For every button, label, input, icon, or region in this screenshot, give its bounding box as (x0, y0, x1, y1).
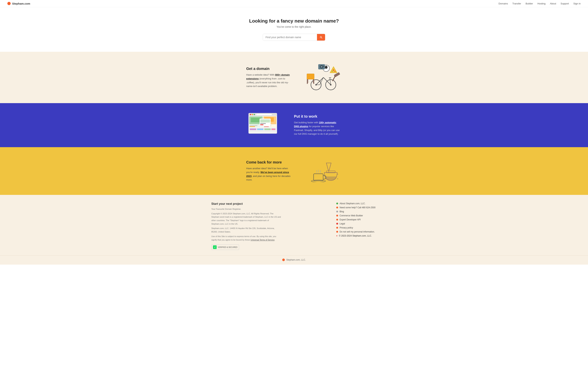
browser-svg (246, 112, 279, 134)
svg-point-25 (321, 66, 322, 68)
nav-transfer[interactable]: Transfer (512, 2, 521, 5)
domain-section: Get a domain Have a website idea? With 8… (0, 52, 588, 103)
footer-title: Start your next project (211, 202, 281, 206)
footer-address: Stepham.com, LLC. 14455 N Hayden Rd Ste … (211, 227, 281, 234)
hero-subtitle: You've come to the right place. (4, 25, 584, 28)
search-button[interactable] (317, 34, 325, 41)
dns-plugins-link[interactable]: 100+ automatic DNS plugins (294, 121, 336, 128)
more-text-block: Come back for more Have another idea? We… (246, 160, 294, 182)
svg-rect-45 (257, 128, 263, 130)
footer-bottom: Stepham.com, LLC. (0, 255, 588, 265)
footer-bottom-inner: Stepham.com, LLC. (282, 259, 306, 261)
hero-title: Looking for a fancy new domain name? (4, 18, 584, 24)
more-description: Have another idea? We'll be here when yo… (246, 167, 294, 182)
privacy-link[interactable]: Privacy policy (340, 226, 353, 229)
work-illustration (246, 112, 283, 138)
privacy-dot-icon (336, 227, 338, 229)
svg-rect-32 (256, 114, 272, 116)
svg-rect-36 (250, 125, 258, 126)
footer-right: About Stepham.com, LLC. Need some help? … (336, 202, 377, 250)
legal-link[interactable]: Legal (340, 222, 345, 225)
brand-dot-icon (7, 2, 11, 5)
svg-point-13 (332, 71, 333, 72)
more-section: Come back for more Have another idea? We… (0, 147, 588, 195)
svg-point-11 (333, 70, 334, 71)
commerce-dot-icon (336, 215, 338, 217)
work-section: Put it to work Get building faster with … (0, 103, 588, 147)
svg-rect-49 (260, 119, 270, 123)
nav-hosting[interactable]: Hosting (537, 2, 545, 5)
more-illustration (305, 158, 342, 184)
developer-link[interactable]: Expert Developer API (340, 218, 361, 221)
svg-rect-22 (313, 79, 314, 83)
work-title: Put it to work (294, 114, 342, 118)
domain-text-block: Get a domain Have a website idea? With 8… (246, 67, 294, 88)
footer: Start your next project Your Favourite D… (0, 195, 588, 255)
svg-rect-46 (264, 128, 271, 130)
nav-support[interactable]: Support (561, 2, 569, 5)
svg-rect-18 (307, 74, 314, 79)
phone-link[interactable]: Need some help? Call 480 624-2500 (340, 206, 375, 209)
nav-domains[interactable]: Domains (499, 2, 508, 5)
been-around-link[interactable]: We've been around since 2023 (246, 171, 289, 177)
footer-link-donotsell: Do not sell my personal information. (336, 231, 377, 233)
domain-extensions-link[interactable]: 800+ domain extensions (246, 73, 290, 80)
footer-brand-dot-icon (282, 259, 285, 261)
footer-inner: Start your next project Your Favourite D… (211, 202, 377, 250)
about-link[interactable]: About Stepham.com, LLC. (340, 202, 365, 205)
phone-dot-icon (336, 207, 338, 209)
badge-text: VERIFIED & SECURED (218, 246, 237, 248)
search-icon (320, 36, 322, 39)
hero-section: Looking for a fancy new domain name? You… (0, 7, 588, 52)
footer-left: Start your next project Your Favourite D… (211, 202, 281, 250)
svg-rect-50 (260, 123, 266, 124)
commerce-link[interactable]: Commerce Web Builder (340, 214, 363, 217)
svg-rect-43 (249, 128, 276, 133)
terms-link[interactable]: Universal Terms of Service (251, 239, 275, 241)
svg-rect-26 (323, 66, 324, 67)
heart-icon: ♥ (336, 235, 337, 237)
legal-dot-icon (336, 223, 338, 225)
coffee-svg (305, 158, 338, 182)
search-input[interactable] (263, 34, 317, 41)
search-bar (4, 34, 584, 41)
svg-rect-34 (251, 118, 261, 122)
nav-builder[interactable]: Builder (526, 2, 533, 5)
svg-rect-21 (307, 79, 308, 83)
domain-illustration (305, 63, 342, 92)
nav-signin[interactable]: Sign in (573, 2, 581, 5)
footer-tagline: Your Favourite Domain Registrar. (211, 207, 281, 211)
svg-point-30 (252, 114, 253, 115)
svg-point-12 (335, 71, 336, 72)
footer-copyright: Copyright © 2023-2024 Stepham.com, LLC. … (211, 212, 281, 226)
domain-svg (305, 63, 342, 92)
blog-link[interactable]: Blog (340, 210, 344, 213)
blog-dot-icon (336, 211, 338, 212)
verified-badge: ✓ VERIFIED & SECURED (211, 244, 239, 250)
svg-point-29 (250, 114, 251, 115)
footer-link-developer: Expert Developer API (336, 218, 377, 221)
svg-rect-51 (260, 125, 263, 125)
donotsell-link[interactable]: Do not sell my personal information. (340, 231, 375, 233)
work-text-block: Put it to work Get building faster with … (294, 114, 342, 136)
svg-point-31 (254, 114, 255, 115)
donotsell-dot-icon (336, 231, 338, 233)
nav-about[interactable]: About (550, 2, 556, 5)
shield-icon: ✓ (213, 245, 217, 249)
footer-link-legal: Legal (336, 222, 377, 225)
brand-logo[interactable]: Stepham.com (7, 2, 30, 5)
footer-link-blog: Blog (336, 210, 377, 213)
domain-description: Have a website idea? With 800+ domain ex… (246, 73, 294, 88)
footer-bottom-brand: Stepham.com, LLC. (286, 259, 306, 261)
svg-marker-52 (326, 163, 331, 170)
svg-rect-44 (250, 128, 256, 130)
footer-copy-text: © 2023-2024 Stepham.com, LLC. (339, 234, 372, 237)
svg-line-5 (323, 77, 331, 85)
brand-name: Stepham.com (12, 2, 30, 5)
search-input-wrap (263, 34, 325, 41)
domain-title: Get a domain (246, 67, 294, 71)
svg-line-6 (320, 77, 323, 85)
svg-line-17 (333, 76, 335, 81)
svg-rect-47 (271, 128, 275, 130)
footer-link-copy: ♥ © 2023-2024 Stepham.com, LLC. (336, 234, 377, 237)
